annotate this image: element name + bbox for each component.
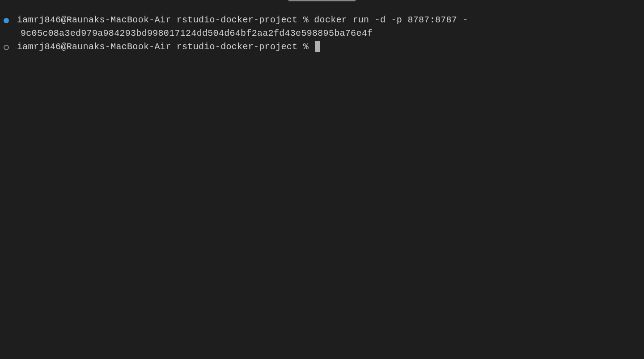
command-output: 9c05c08a3ed979a984293bd998017124dd504d64… xyxy=(21,28,373,38)
terminal-line-text: iamrj846@Raunaks-MacBook-Air rstudio-doc… xyxy=(17,13,468,27)
terminal-output-area[interactable]: iamrj846@Raunaks-MacBook-Air rstudio-doc… xyxy=(0,13,644,54)
shell-command: docker run -d -p 8787:8787 - xyxy=(314,15,468,25)
prompt-status-dot-icon xyxy=(4,18,9,23)
terminal-line-text: iamrj846@Raunaks-MacBook-Air rstudio-doc… xyxy=(17,40,320,54)
shell-prompt: iamrj846@Raunaks-MacBook-Air rstudio-doc… xyxy=(17,15,314,25)
terminal-cursor[interactable] xyxy=(315,41,320,52)
terminal-line: iamrj846@Raunaks-MacBook-Air rstudio-doc… xyxy=(4,40,644,54)
terminal-line: iamrj846@Raunaks-MacBook-Air rstudio-doc… xyxy=(4,13,644,27)
shell-prompt: iamrj846@Raunaks-MacBook-Air rstudio-doc… xyxy=(17,42,314,52)
terminal-tab-indicator xyxy=(288,0,356,1)
prompt-status-dot-icon xyxy=(4,45,9,50)
terminal-output-line: 9c05c08a3ed979a984293bd998017124dd504d64… xyxy=(4,27,644,40)
